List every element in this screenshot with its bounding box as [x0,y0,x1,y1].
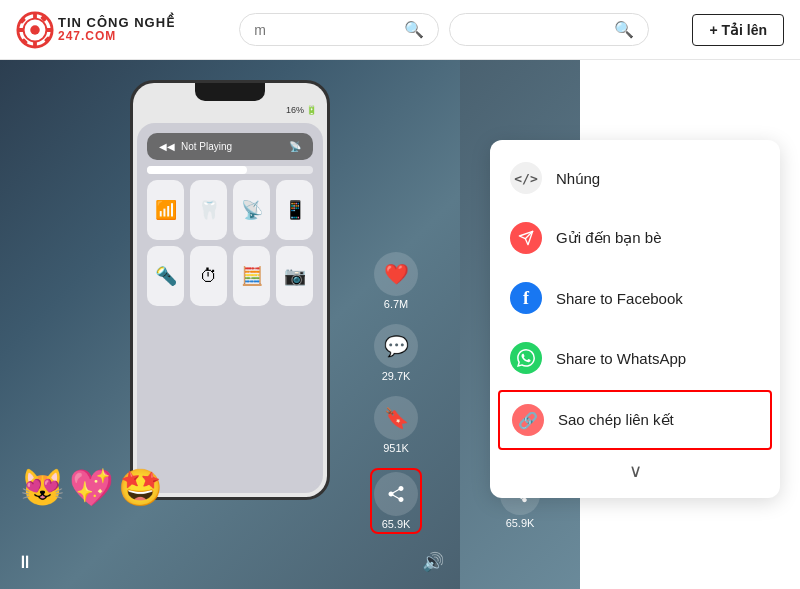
airdrop-btn[interactable]: 📡 [233,180,270,240]
volume-button[interactable]: 🔊 [422,551,444,573]
chevron-down-icon: ∨ [629,460,642,482]
svg-rect-6 [46,28,52,32]
calculator-btn[interactable]: 🧮 [233,246,270,306]
cc-row-2: 🔦 ⏱ 🧮 📷 [147,246,313,306]
comment-action[interactable]: 💬 29.7K [374,324,418,382]
not-playing-icon: ◀◀ [159,141,175,152]
share-item-facebook[interactable]: f Share to Facebook [490,268,780,328]
svg-rect-4 [33,41,37,47]
pause-button[interactable]: ⏸ [16,552,34,573]
send-arrow-icon [518,230,534,246]
search-button-1[interactable]: 🔍 [404,20,424,39]
comment-icon: 💬 [374,324,418,368]
whatsapp-icon [510,342,542,374]
header: TIN CÔNG NGHỀ 247.COM 🔍 🔍 + Tải lên [0,0,800,60]
logo-line2: 247.COM [58,30,175,43]
battery-icon: 🔋 [306,105,317,115]
comment-count: 29.7K [382,370,411,382]
like-icon: ❤️ [374,252,418,296]
not-playing-text: Not Playing [181,141,232,152]
share-panel: </> Nhúng Gửi đến bạn bè f Share to Face… [490,140,780,498]
upload-label: + Tải lên [709,22,767,38]
share-item-embed[interactable]: </> Nhúng [490,148,780,208]
bookmark-action[interactable]: 🔖 951K [374,396,418,454]
search-input-2[interactable] [464,22,614,38]
control-center: ◀◀ Not Playing 📡 📶 🦷 📡 📱 [137,123,323,493]
bluetooth-btn[interactable]: 🦷 [190,180,227,240]
battery-indicator: 16% [286,105,304,115]
phone-screen: 16% 🔋 ◀◀ Not Playing 📡 [133,83,327,497]
phone-notch [195,83,265,101]
share-action[interactable]: 65.9K [370,468,422,534]
logo-area: TIN CÔNG NGHỀ 247.COM [16,11,196,49]
emoji-heart: 💖 [69,467,114,509]
copy-link-icon: 🔗 [512,404,544,436]
embed-icon: </> [510,162,542,194]
share-item-copy-link[interactable]: 🔗 Sao chép liên kết [498,390,772,450]
not-playing-bar: ◀◀ Not Playing 📡 [147,133,313,160]
gear-icon [16,11,54,49]
video-controls: ⏸ 🔊 [16,551,444,573]
cc-row-1: 📶 🦷 📡 📱 [147,180,313,240]
emoji-star: 🤩 [118,467,163,509]
whatsapp-svg-icon [517,349,535,367]
emojis-overlay: 😻 💖 🤩 [20,467,163,509]
brightness-slider [147,166,313,174]
search-bar-1: 🔍 [239,13,439,46]
search-bars: 🔍 🔍 [196,13,692,46]
copy-link-label: Sao chép liên kết [558,411,674,429]
share-count: 65.9K [382,518,411,530]
search-bar-2: 🔍 [449,13,649,46]
svg-rect-5 [18,28,24,32]
airplay-icon: 📡 [289,141,301,152]
share-arrow-icon [386,484,406,504]
hotspot-btn[interactable]: 📱 [276,180,313,240]
camera-btn[interactable]: 📷 [276,246,313,306]
facebook-icon: f [510,282,542,314]
share-chevron[interactable]: ∨ [490,452,780,490]
facebook-label: Share to Facebook [556,290,683,307]
upload-button[interactable]: + Tải lên [692,14,784,46]
flashlight-btn[interactable]: 🔦 [147,246,184,306]
whatsapp-label: Share to WhatsApp [556,350,686,367]
timer-btn[interactable]: ⏱ [190,246,227,306]
bookmark-icon: 🔖 [374,396,418,440]
emoji-cat: 😻 [20,467,65,509]
like-count: 6.7M [384,298,408,310]
main-content: 16% 🔋 ◀◀ Not Playing 📡 [0,60,800,589]
wifi-btn[interactable]: 📶 [147,180,184,240]
logo-text: TIN CÔNG NGHỀ 247.COM [58,16,175,43]
phone-mockup: 16% 🔋 ◀◀ Not Playing 📡 [130,80,330,500]
search-button-2[interactable]: 🔍 [614,20,634,39]
svg-point-2 [30,25,40,35]
brightness-fill [147,166,247,174]
share-icon [374,472,418,516]
embed-label: Nhúng [556,170,600,187]
phone-status-bar: 16% 🔋 [133,101,327,119]
logo-line1: TIN CÔNG NGHỀ [58,16,175,30]
bookmark-count: 951K [383,442,409,454]
send-friend-label: Gửi đến bạn bè [556,229,662,247]
action-sidebar: ❤️ 6.7M 💬 29.7K 🔖 951K 65.9K [370,252,422,534]
share-item-whatsapp[interactable]: Share to WhatsApp [490,328,780,388]
svg-rect-3 [33,12,37,18]
search-input-1[interactable] [254,22,404,38]
like-action[interactable]: ❤️ 6.7M [374,252,418,310]
share-item-send-friend[interactable]: Gửi đến bạn bè [490,208,780,268]
second-share-count: 65.9K [506,517,535,529]
send-friend-icon [510,222,542,254]
